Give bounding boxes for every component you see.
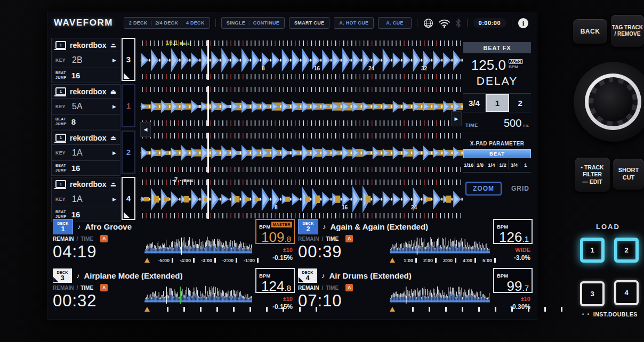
track-title: Air Drums (Extended) xyxy=(329,271,412,280)
source-row[interactable]: 1 rekordbox ⏏ xyxy=(51,131,120,145)
instant-doubles-label: • •INST.DOUBLES xyxy=(582,311,638,317)
chevron-right-icon[interactable]: ▶ xyxy=(112,104,116,109)
waveform-display-deck3[interactable]: 16.1 Bars 8 16 24 32 xyxy=(140,37,463,83)
auto-cue-badge: A xyxy=(345,235,353,242)
track-filter-edit-button[interactable]: • TRACKFILTER— EDIT xyxy=(575,158,610,192)
source-row[interactable]: 1 rekordbox ⏏ xyxy=(51,38,120,52)
chevron-right-icon[interactable]: ▶ xyxy=(112,58,116,63)
track-title: Airplane Mode (Extended) xyxy=(84,271,183,280)
grid-button[interactable]: GRID xyxy=(511,185,529,192)
chevron-right-icon[interactable]: ▶ xyxy=(112,197,116,202)
track-overview-waveform[interactable]: 1:002:003:004:005:00 xyxy=(390,235,490,264)
x-pad-beat-bar[interactable]: BEAT xyxy=(463,149,531,158)
tag-track-remove-button[interactable]: TAG TRACK/ REMOVE xyxy=(611,15,644,47)
tempo-range: ±10 xyxy=(255,247,293,253)
fraction-1[interactable]: 1 xyxy=(520,160,531,169)
deck-number-box-1[interactable]: 1 xyxy=(122,84,135,127)
key-row[interactable]: KEY 1A ▶ xyxy=(51,191,120,207)
x-pad-fractions: 1/16 1/8 1/4 1/2 3/4 1 xyxy=(463,160,531,173)
fraction-1-2[interactable]: 1/2 xyxy=(497,160,508,169)
time-mode-row[interactable]: REMAIN/TIME A xyxy=(53,284,144,291)
source-row[interactable]: 1 rekordbox ⏏ xyxy=(51,84,120,99)
load-deck-2-button[interactable]: 2 xyxy=(614,238,639,263)
beat-number: 16 xyxy=(342,205,348,210)
beat-jump-row[interactable]: BEATJUMP 8 xyxy=(51,115,120,129)
zoom-button[interactable]: ZOOM xyxy=(465,182,502,196)
play-mode-single[interactable]: SINGLE xyxy=(227,20,245,26)
deck-number-box-4[interactable]: 4 xyxy=(122,177,135,220)
key-row[interactable]: KEY 5A ▶ xyxy=(51,99,120,115)
tempo-range: ±10 xyxy=(255,296,293,302)
auto-cue-badge: A xyxy=(345,284,353,291)
cdj-controller: WAVEFORM 2 DECK | 2/4 DECK | 4 DECK SING… xyxy=(0,0,644,342)
load-deck-1-button[interactable]: 1 xyxy=(580,238,605,263)
auto-cue-button[interactable]: A. CUE xyxy=(378,17,411,29)
fraction-1-4[interactable]: 1/4 xyxy=(486,160,497,169)
waveform-display-deck2[interactable] xyxy=(140,129,463,176)
knob-cap xyxy=(593,82,633,121)
play-mode-continue[interactable]: CONTINUE xyxy=(253,20,279,26)
load-deck-3-button[interactable]: 3 xyxy=(580,281,605,306)
track-overview-waveform[interactable] xyxy=(390,284,490,313)
fx-beat-2[interactable]: 2 xyxy=(509,94,531,112)
time-mode-row[interactable]: REMAIN/TIME A xyxy=(298,284,390,291)
tempo-value: -0.15% xyxy=(255,254,293,262)
key-row[interactable]: KEY 1A ▶ xyxy=(51,145,120,161)
fx-beat-3-4[interactable]: 3/4 xyxy=(463,94,486,112)
fx-time-unit: ms xyxy=(523,123,529,128)
deck-mode-4deck[interactable]: 4 DECK xyxy=(186,20,205,26)
beat-jump-row[interactable]: BEATJUMP 16 xyxy=(51,68,120,83)
back-button[interactable]: BACK xyxy=(573,19,607,44)
eject-icon[interactable]: ⏏ xyxy=(110,88,116,95)
smart-cue-button[interactable]: SMART CUE xyxy=(289,17,329,29)
waveform-display-deck4[interactable]: -7.- Bars 8 16 24 xyxy=(140,176,463,222)
load-deck-4-button[interactable]: 4 xyxy=(614,280,639,305)
wifi-icon[interactable] xyxy=(438,18,450,28)
eject-icon[interactable]: ⏏ xyxy=(110,135,116,141)
eject-icon[interactable]: ⏏ xyxy=(110,42,116,48)
globe-icon[interactable] xyxy=(423,18,434,29)
play-mode-switch[interactable]: SINGLE | CONTINUE xyxy=(221,17,285,29)
fraction-1-16[interactable]: 1/16 xyxy=(463,160,474,169)
time-markers: 1:002:003:004:005:00 xyxy=(390,257,490,264)
key-value: 1A xyxy=(72,148,83,158)
bluetooth-icon[interactable] xyxy=(455,18,462,28)
beat-jump-row[interactable]: BEATJUMP 16 xyxy=(51,161,120,176)
deck-info-panel: 1 rekordbox ⏏ KEY 1A ▶ BEATJUMP 16 xyxy=(51,177,120,222)
rotary-selector-knob[interactable] xyxy=(574,62,644,142)
fraction-3-4[interactable]: 3/4 xyxy=(508,160,519,169)
waveform-display-deck1[interactable] xyxy=(140,83,463,129)
shortcut-button[interactable]: SHORTCUT xyxy=(613,159,644,190)
source-row[interactable]: 1 rekordbox ⏏ xyxy=(51,177,120,191)
position-marker-icon xyxy=(390,307,395,312)
deck-mode-2deck[interactable]: 2 DECK xyxy=(129,20,148,26)
beat-fx-header: BEAT FX xyxy=(463,42,531,53)
track-title: Again & Again (Extended) xyxy=(331,222,429,231)
beat-jump-label: BEAT xyxy=(55,210,67,214)
fx-beat-selector: 3/4 1 2 xyxy=(463,93,531,112)
track-overview-waveform[interactable]: -5:00-4:00-3:00-2:00-1:00 xyxy=(144,235,252,264)
deck-status-4: DECK4 ♪ Air Drums (Extended) REMAIN/TIME… xyxy=(298,268,534,315)
fraction-1-8[interactable]: 1/8 xyxy=(474,160,485,169)
info-icon[interactable]: i xyxy=(518,18,529,29)
deck-number-box-3[interactable]: 3 xyxy=(122,38,135,81)
time-mode-row[interactable]: REMAIN/TIME A xyxy=(53,235,144,242)
deck-mode-switch[interactable]: 2 DECK | 2/4 DECK | 4 DECK xyxy=(124,17,210,29)
key-row[interactable]: KEY 2B ▶ xyxy=(51,52,120,68)
scroll-right-button[interactable]: ▶ xyxy=(451,111,462,126)
chevron-right-icon[interactable]: ▶ xyxy=(112,150,116,156)
track-overview-waveform[interactable] xyxy=(144,284,252,313)
separator: | xyxy=(151,20,152,26)
deck-mode-24deck[interactable]: 2/4 DECK xyxy=(155,20,178,26)
key-label: KEY xyxy=(55,104,66,109)
scroll-left-button[interactable]: ◀ xyxy=(140,122,151,137)
eject-icon[interactable]: ⏏ xyxy=(110,181,116,188)
time-mode-row[interactable]: REMAIN/TIME A xyxy=(298,235,390,242)
top-bar: WAVEFORM 2 DECK | 2/4 DECK | 4 DECK SING… xyxy=(47,12,537,34)
deck-number-box-2[interactable]: 2 xyxy=(122,131,135,174)
auto-hot-cue-button[interactable]: A. HOT CUE xyxy=(334,17,374,29)
music-note-icon: ♪ xyxy=(77,223,81,231)
fx-beat-1[interactable]: 1 xyxy=(486,94,510,112)
divider xyxy=(417,19,417,27)
time-markers: -5:00-4:00-3:00-2:00-1:00 xyxy=(144,257,252,264)
